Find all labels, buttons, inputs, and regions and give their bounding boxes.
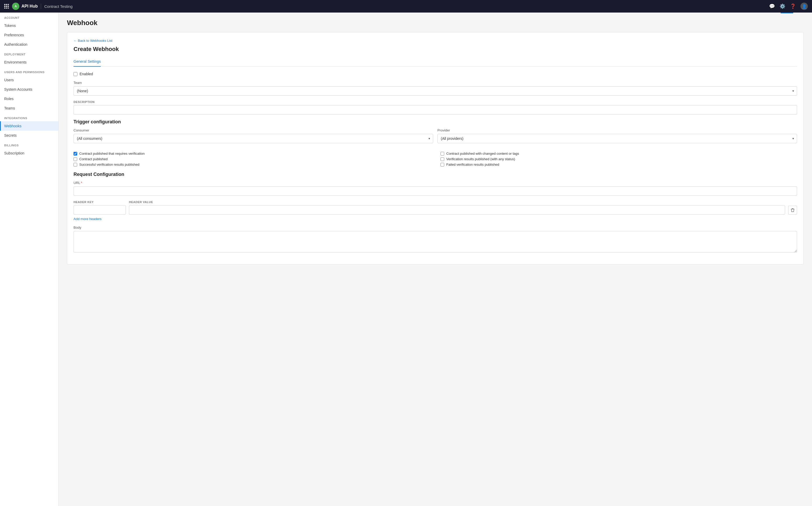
section-deployment: DEPLOYMENT (0, 49, 58, 58)
checkbox-cb1-label[interactable]: Contract published that requires verific… (79, 152, 145, 156)
check-row-cb4: Contract published with changed content … (441, 152, 797, 156)
nav-title: Contract Testing (44, 4, 72, 9)
sidebar-item-secrets[interactable]: Secrets (0, 131, 58, 140)
page-title: Webhook (67, 19, 804, 27)
svg-rect-7 (6, 8, 7, 9)
enabled-check-group: Enabled (74, 72, 797, 76)
nav-divider (41, 4, 41, 9)
help-icon[interactable]: ❓ (790, 3, 796, 9)
provider-label: Provider (437, 128, 797, 132)
sidebar-item-teams[interactable]: Teams (0, 103, 58, 113)
check-row-cb6: Failed verification results published (441, 163, 797, 166)
svg-rect-1 (6, 4, 7, 5)
header-row: HEADER KEY HEADER VALUE (74, 200, 797, 215)
consumer-select[interactable]: (All consumers) (74, 134, 433, 143)
trigger-checkboxes: Contract published that requires verific… (74, 152, 797, 166)
checkbox-cb2-label[interactable]: Contract published (79, 157, 107, 161)
sidebar-item-tokens[interactable]: Tokens (0, 21, 58, 30)
checkbox-cb3-label[interactable]: Successful verification results publishe… (79, 163, 139, 166)
checkbox-cb3[interactable] (74, 163, 77, 166)
svg-rect-6 (4, 8, 5, 9)
grid-icon[interactable] (4, 4, 9, 9)
gear-icon[interactable]: ⚙️ (780, 3, 785, 9)
request-section-title: Request Configuration (74, 172, 797, 177)
header-value-group: HEADER VALUE (129, 200, 785, 215)
delete-header-button[interactable] (788, 206, 797, 215)
checkbox-cb4-label[interactable]: Contract published with changed content … (446, 152, 519, 156)
sidebar-item-webhooks[interactable]: Webhooks (0, 121, 58, 131)
consumer-group: Consumer (All consumers) (74, 128, 433, 143)
logo[interactable]: A API Hub (12, 3, 38, 10)
body-group: Body (74, 226, 797, 253)
checkbox-cb5[interactable] (441, 157, 444, 161)
sidebar-item-environments[interactable]: Environments (0, 58, 58, 67)
section-account: ACCOUNT (0, 12, 58, 21)
tabs: General Settings (74, 57, 797, 67)
profile-active-line (781, 12, 793, 13)
section-integrations: INTEGRATIONS (0, 113, 58, 121)
body-label: Body (74, 226, 797, 230)
sidebar-item-subscription[interactable]: Subscription (0, 149, 58, 158)
checkbox-cb6-label[interactable]: Failed verification results published (446, 163, 499, 166)
brand-name: API Hub (21, 4, 38, 9)
header-key-input[interactable] (74, 205, 126, 215)
check-row-cb2: Contract published (74, 157, 430, 161)
enabled-label[interactable]: Enabled (80, 72, 93, 76)
body-textarea[interactable] (74, 231, 797, 252)
trigger-section-title: Trigger configuration (74, 119, 797, 125)
svg-rect-3 (4, 6, 5, 7)
header-key-group: HEADER KEY (74, 200, 126, 215)
svg-rect-4 (6, 6, 7, 7)
create-webhook-title: Create Webhook (74, 46, 797, 53)
checkbox-cb2[interactable] (74, 157, 77, 161)
section-billings: BILLINGS (0, 140, 58, 149)
header-value-label: HEADER VALUE (129, 200, 785, 203)
checkbox-cb5-label[interactable]: Verification results published (with any… (446, 157, 515, 161)
sidebar-item-roles[interactable]: Roles (0, 94, 58, 103)
team-label: Team (74, 81, 797, 85)
layout: ACCOUNT Tokens Preferences Authenticatio… (0, 12, 812, 506)
webhook-card: ← Back to Webhooks List Create Webhook G… (67, 32, 804, 264)
consumer-select-wrapper: (All consumers) (74, 134, 433, 143)
description-input[interactable] (74, 105, 797, 114)
provider-select[interactable]: (All providers) (437, 134, 797, 143)
main-content: Webhook ← Back to Webhooks List Create W… (59, 12, 812, 506)
svg-rect-8 (8, 8, 9, 9)
url-label: URL (74, 181, 797, 185)
provider-group: Provider (All providers) (437, 128, 797, 143)
header-key-label: HEADER KEY (74, 200, 126, 203)
check-row-cb3: Successful verification results publishe… (74, 163, 430, 166)
check-row-cb5: Verification results published (with any… (441, 157, 797, 161)
checkbox-cb1[interactable] (74, 152, 77, 156)
url-input[interactable] (74, 186, 797, 196)
logo-circle: A (12, 3, 19, 10)
checkbox-cb6[interactable] (441, 163, 444, 166)
sidebar-item-system-accounts[interactable]: System Accounts (0, 85, 58, 94)
sidebar: ACCOUNT Tokens Preferences Authenticatio… (0, 12, 59, 506)
provider-select-wrapper: (All providers) (437, 134, 797, 143)
tab-general-settings[interactable]: General Settings (74, 57, 101, 67)
consumer-label: Consumer (74, 128, 433, 132)
trash-icon (791, 208, 795, 212)
url-group: URL (74, 181, 797, 196)
add-headers-link[interactable]: Add more headers (74, 217, 101, 221)
topnav-right: 💬 ⚙️ ❓ 👤 (769, 3, 808, 10)
sidebar-item-authentication[interactable]: Authentication (0, 40, 58, 49)
section-users: USERS AND PERMISSIONS (0, 67, 58, 75)
enabled-checkbox[interactable] (74, 72, 77, 76)
description-group: DESCRIPTION (74, 100, 797, 114)
team-select[interactable]: (None) (74, 86, 797, 96)
topnav: A API Hub Contract Testing 💬 ⚙️ ❓ 👤 (0, 0, 812, 12)
chat-icon[interactable]: 💬 (769, 3, 775, 9)
team-group: Team (None) (74, 81, 797, 96)
team-select-wrapper: (None) (74, 86, 797, 96)
avatar[interactable]: 👤 (801, 3, 808, 10)
back-link[interactable]: ← Back to Webhooks List (74, 39, 797, 43)
sidebar-item-preferences[interactable]: Preferences (0, 30, 58, 40)
consumer-provider-row: Consumer (All consumers) Provider (All p… (74, 128, 797, 148)
svg-rect-2 (8, 4, 9, 5)
description-label: DESCRIPTION (74, 100, 797, 103)
header-value-input[interactable] (129, 205, 785, 215)
checkbox-cb4[interactable] (441, 152, 444, 156)
sidebar-item-users[interactable]: Users (0, 75, 58, 85)
